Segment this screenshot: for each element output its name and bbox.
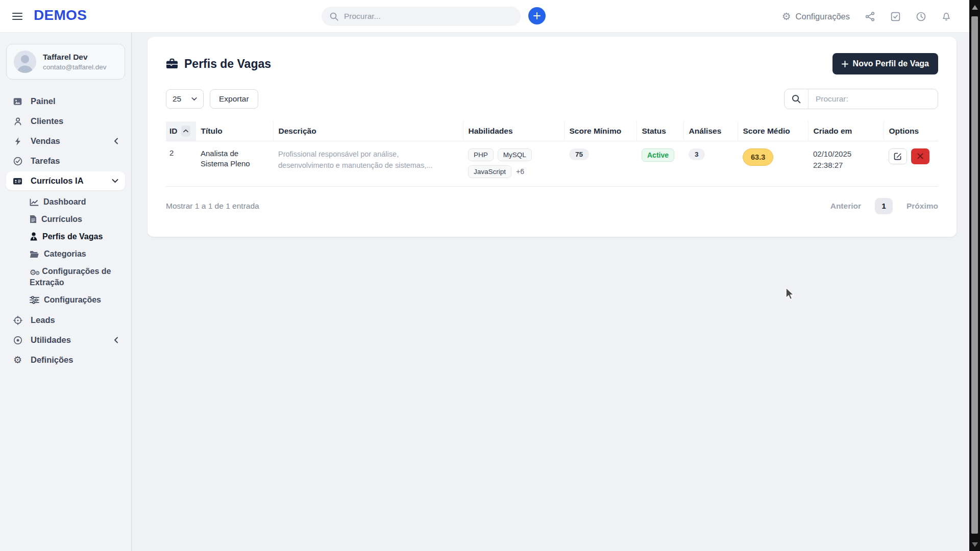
user-card[interactable]: Taffarel Dev contato@taffarel.dev	[6, 44, 125, 80]
crosshairs-icon	[13, 316, 22, 325]
briefcase-icon	[166, 58, 178, 69]
sidebar-item-perfis-de-vagas[interactable]: Perfis de Vagas	[30, 228, 125, 245]
col-score-minimo[interactable]: Score Mínimo	[564, 121, 636, 141]
gear-icon: ⚙	[782, 11, 791, 21]
circle-dot-icon	[13, 336, 22, 345]
skill-badge: PHP	[468, 148, 494, 161]
sidebar-item-configuracoes-extracao[interactable]: ⚙⚙Configurações de Extração	[30, 263, 125, 291]
sidebar-item-label: Leads	[31, 315, 55, 325]
bell-icon[interactable]	[941, 11, 951, 22]
sidebar-nav: Painel Clientes Vendas Tarefas	[6, 92, 125, 370]
topbar: DEMOS ⚙ Configurações	[0, 0, 980, 33]
score-minimo-badge: 75	[569, 148, 589, 160]
settings-label: Configurações	[796, 12, 850, 21]
folder-open-icon	[30, 251, 39, 258]
gears-icon: ⚙⚙	[30, 267, 40, 278]
sidebar-item-label: Vendas	[31, 136, 60, 146]
global-search-input[interactable]	[344, 12, 512, 21]
user-tie-icon	[30, 232, 38, 241]
file-icon	[30, 215, 37, 223]
window-scrollbar[interactable]	[969, 0, 980, 551]
sidebar-item-label: Currículos IA	[31, 176, 84, 186]
col-id[interactable]: ID	[166, 121, 195, 141]
user-email: contato@taffarel.dev	[43, 63, 107, 71]
status-badge: Active	[642, 148, 674, 162]
table-row: 2 Analista de Sistema Pleno Profissional…	[166, 141, 938, 186]
page-size-select[interactable]: 25	[166, 89, 204, 109]
col-score-medio[interactable]: Score Médio	[738, 121, 808, 141]
sidebar-item-configuracoes[interactable]: Configurações	[30, 291, 125, 309]
id-card-icon	[13, 177, 22, 186]
export-button[interactable]: Exportar	[210, 89, 258, 109]
user-name: Taffarel Dev	[43, 53, 107, 62]
col-criado-em[interactable]: Criado em	[808, 121, 884, 141]
clock-icon[interactable]	[916, 11, 926, 22]
col-descricao[interactable]: Descrição	[273, 121, 463, 141]
chevron-left-icon	[114, 337, 118, 343]
cell-options	[884, 141, 938, 186]
cell-status: Active	[636, 141, 683, 186]
sidebar-item-utilidades[interactable]: Utilidades	[6, 331, 125, 349]
sort-asc-icon[interactable]	[181, 126, 190, 137]
plus-icon	[533, 12, 541, 19]
share-icon[interactable]	[865, 11, 875, 22]
close-icon	[917, 153, 923, 159]
delete-button[interactable]	[911, 148, 929, 164]
scrollbar-thumb[interactable]	[971, 16, 978, 534]
col-analises[interactable]: Análises	[683, 121, 738, 141]
search-icon	[330, 12, 338, 21]
brand-logo[interactable]: DEMOS	[34, 7, 87, 23]
cell-criado-em: 02/10/2025 22:38:27	[808, 141, 884, 186]
sidebar-item-label: Dashboard	[43, 197, 86, 206]
perfis-card: Perfis de Vagas Novo Perfil de Vaga 25 E…	[148, 37, 957, 237]
sidebar-item-clientes[interactable]: Clientes	[6, 112, 125, 131]
sidebar-item-definicoes[interactable]: ⚙ Definições	[6, 350, 125, 369]
pagination-prev[interactable]: Anterior	[830, 202, 861, 211]
sidebar-item-dashboard[interactable]: Dashboard	[30, 193, 125, 211]
skill-badge: MySQL	[498, 148, 532, 161]
skills-more: +6	[516, 167, 524, 176]
cell-habilidades: PHP MySQL JavaScript +6	[463, 141, 564, 186]
col-options[interactable]: Options	[884, 121, 938, 141]
table-search-input[interactable]	[808, 94, 938, 104]
sidebar-item-curriculos-ia[interactable]: Currículos IA	[6, 171, 125, 190]
pagination-next[interactable]: Próximo	[906, 202, 938, 211]
quick-add-button[interactable]	[528, 7, 546, 24]
chevron-left-icon	[114, 138, 118, 144]
table-header-row: ID Título Descrição Habilidades Score Mí…	[166, 121, 938, 141]
sidebar: Taffarel Dev contato@taffarel.dev Painel…	[0, 33, 132, 551]
scroll-down-arrow-icon[interactable]	[972, 542, 978, 547]
sidebar-item-label: Categorias	[44, 249, 86, 258]
sidebar-item-label: Clientes	[31, 116, 63, 126]
sidebar-item-categorias[interactable]: Categorias	[30, 245, 125, 263]
analises-badge: 3	[689, 148, 705, 160]
sidebar-item-leads[interactable]: Leads	[6, 311, 125, 330]
sidebar-item-label: Perfis de Vagas	[42, 232, 103, 241]
chart-line-icon	[30, 198, 39, 206]
check-square-icon[interactable]	[890, 11, 901, 22]
sidebar-submenu: Dashboard Currículos Perfis de Vagas Cat…	[6, 191, 125, 311]
sidebar-item-vendas[interactable]: Vendas	[6, 132, 125, 151]
edit-icon	[894, 152, 902, 160]
gear-icon: ⚙	[13, 355, 22, 365]
settings-menu[interactable]: ⚙ Configurações	[782, 11, 850, 21]
avatar	[14, 51, 36, 73]
sidebar-item-painel[interactable]: Painel	[6, 92, 125, 111]
col-status[interactable]: Status	[636, 121, 683, 141]
menu-icon[interactable]	[12, 12, 22, 20]
cell-titulo: Analista de Sistema Pleno	[195, 141, 273, 186]
col-habilidades[interactable]: Habilidades	[463, 121, 564, 141]
novo-perfil-button[interactable]: Novo Perfil de Vaga	[832, 53, 938, 74]
cell-score-medio: 63.3	[738, 141, 808, 186]
col-titulo[interactable]: Título	[195, 121, 273, 141]
chevron-down-icon	[112, 179, 118, 183]
pagination-page-1[interactable]: 1	[875, 198, 893, 214]
main-content: Perfis de Vagas Novo Perfil de Vaga 25 E…	[132, 33, 980, 551]
sidebar-item-label: Configurações de Extração	[30, 267, 111, 287]
global-search[interactable]	[322, 7, 521, 26]
scroll-up-arrow-icon[interactable]	[972, 5, 978, 10]
search-icon[interactable]	[785, 89, 808, 109]
sidebar-item-tarefas[interactable]: Tarefas	[6, 152, 125, 170]
sidebar-item-curriculos[interactable]: Currículos	[30, 211, 125, 228]
edit-button[interactable]	[889, 148, 907, 164]
